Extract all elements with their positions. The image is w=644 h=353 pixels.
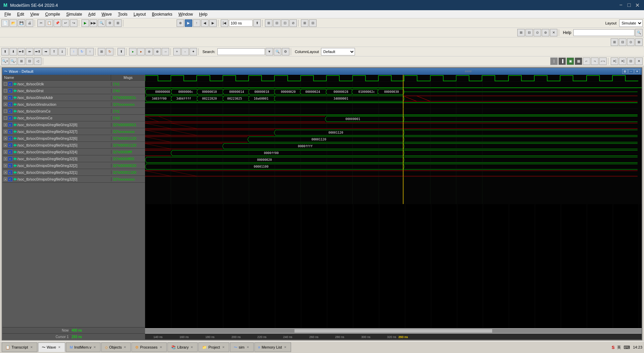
tab-memorylist[interactable]: ≡ Memory List ✕	[254, 342, 291, 352]
tb-wave-13[interactable]: ↻	[106, 48, 113, 55]
tab-memorylist-close[interactable]: ✕	[283, 345, 287, 349]
signal-row-instruction[interactable]: + C /soc_tb/soc0/instruction 32'hxxxxxxx…	[2, 101, 145, 108]
tab-transcript[interactable]: 📋 Transcript ✕	[2, 342, 37, 352]
signal-row-reg1[interactable]: + C /soc_tb/soc0/mips0/regfile0/reg32[1]…	[2, 169, 145, 176]
wave-minimize-btn[interactable]: −	[628, 69, 634, 74]
tb-run[interactable]: ▶	[82, 19, 89, 27]
search-opt[interactable]: ⚙	[282, 48, 289, 55]
signal-row-clk[interactable]: C /soc_tb/soc0/clk 1'h1	[2, 81, 145, 87]
wave-float-btn[interactable]: ⊞	[622, 69, 628, 74]
tab-transcript-close[interactable]: ✕	[30, 345, 34, 349]
menu-tools[interactable]: Tools	[115, 11, 130, 17]
tb-wave-2[interactable]: ⬇	[10, 48, 17, 55]
tb-shape-3[interactable]: ▣	[567, 57, 574, 65]
tb-shape-7[interactable]: ⌐¬	[599, 57, 607, 65]
tb-zoom-out[interactable]: 🔍-	[10, 57, 17, 65]
tb-shape-6[interactable]: ¬	[591, 57, 598, 65]
tb-sim5[interactable]: ⊟	[273, 19, 281, 27]
tb-wave-4[interactable]: ⬅	[26, 48, 33, 55]
signal-row-reg7[interactable]: + C /soc_tb/soc0/mips0/regfile0/reg32[7]…	[2, 128, 145, 135]
tb-sim1[interactable]: ⊕	[177, 19, 184, 27]
tb-wave-12[interactable]: ⊞	[98, 48, 105, 55]
signal-row-reg0[interactable]: + C /soc_tb/soc0/mips0/regfile0/reg32[0]…	[2, 176, 145, 183]
tb-opt2[interactable]: ⊞	[114, 19, 122, 27]
signal-row-memce[interactable]: C /soc_tb/soc0/memCe 1'h0	[2, 115, 145, 121]
column-layout-select[interactable]: Default	[321, 48, 355, 55]
tb-shape-4[interactable]: ▦	[575, 57, 582, 65]
menu-file[interactable]: File	[2, 11, 14, 17]
tab-sim-close[interactable]: ✕	[246, 345, 250, 349]
tb-sim8[interactable]: ⊞	[301, 19, 308, 27]
tab-processes-close[interactable]: ✕	[159, 345, 163, 349]
signal-row-reg6[interactable]: + C /soc_tb/soc0/mips0/regfile0/reg32[6]…	[2, 135, 145, 142]
expand-instaddr[interactable]: +	[4, 96, 7, 99]
tb-sim3[interactable]: |◀	[221, 19, 228, 27]
menu-edit[interactable]: Edit	[14, 11, 27, 17]
tab-objects[interactable]: ◇ Objects ✕	[101, 342, 131, 352]
tb-wave-21[interactable]: -	[181, 48, 189, 55]
tb-wave-8[interactable]: ⇓	[58, 48, 66, 55]
expand-reg6[interactable]: +	[4, 137, 7, 140]
tb-r1[interactable]: ⊞	[517, 29, 525, 36]
wave-close-btn[interactable]: ✕	[634, 69, 640, 74]
tab-instmem-close[interactable]: ✕	[93, 345, 97, 349]
expand-rst[interactable]	[4, 89, 7, 93]
tb-wave-20[interactable]: +	[173, 48, 181, 55]
tb-r4[interactable]: ⊚	[542, 29, 549, 36]
expand-romce[interactable]	[4, 110, 7, 113]
tb-open[interactable]: 📂	[10, 19, 17, 27]
tb-wave-10[interactable]: ↻	[78, 48, 86, 55]
tb-wave-7[interactable]: ⇑	[50, 48, 58, 55]
tb-wave-17[interactable]: ⊕	[145, 48, 153, 55]
expand-clk[interactable]	[4, 82, 7, 86]
expand-instruction[interactable]: +	[4, 103, 7, 106]
tb-wave-3[interactable]: ⬅⬆	[18, 48, 25, 55]
tb-zoom-fit[interactable]: ⊞	[18, 57, 25, 65]
tab-sim[interactable]: 〜 sim ✕	[230, 342, 254, 352]
menu-compile[interactable]: Compile	[42, 11, 63, 17]
signal-row-romce[interactable]: C /soc_tb/soc0/romCe 1'h1	[2, 108, 145, 115]
tb-sim-up[interactable]: ↑	[193, 19, 200, 27]
tb-shape-1[interactable]: |	[550, 57, 558, 65]
signal-list[interactable]: C /soc_tb/soc0/clk 1'h1 C /soc_tb/soc0/r…	[2, 81, 145, 327]
help-input[interactable]	[573, 29, 634, 36]
search-dropdown[interactable]: ▼	[266, 48, 273, 55]
signal-row-rst[interactable]: C /soc_tb/soc0/rst 1'h0	[2, 87, 145, 94]
tb-wave-5[interactable]: ➡⬆	[34, 48, 41, 55]
tb-cursor-2[interactable]: ✕|	[619, 57, 626, 65]
signal-row-reg3[interactable]: + C /soc_tb/soc0/mips0/regfile0/reg32[3]…	[2, 155, 145, 162]
tb-copy[interactable]: 📋	[46, 19, 53, 27]
tb-cut[interactable]: ✂	[37, 19, 45, 27]
tb-opt[interactable]: ⚙	[106, 19, 113, 27]
menu-add[interactable]: Add	[86, 11, 98, 17]
wave-window-controls[interactable]: ⊞ − ✕	[622, 69, 640, 74]
tb-cursor-1[interactable]: ✕|	[611, 57, 618, 65]
signal-row-reg8[interactable]: + C /soc_tb/soc0/mips0/regfile0/reg32[8]…	[2, 121, 145, 128]
tb-save[interactable]: 💾	[18, 19, 25, 27]
tb-cursor-4[interactable]: ✕	[635, 57, 643, 65]
expand-reg5[interactable]: +	[4, 144, 7, 147]
tb-wave-18[interactable]: ⊕	[154, 48, 161, 55]
tb-wave-6[interactable]: ➡	[42, 48, 50, 55]
menu-wave[interactable]: Wave	[99, 11, 114, 17]
search-go[interactable]: 🔍	[274, 48, 281, 55]
tb-zoom-in[interactable]: 🔍+	[1, 57, 9, 65]
tb-sim4[interactable]: ⊞	[265, 19, 272, 27]
tb-help-go[interactable]: 🔍	[635, 29, 643, 36]
tab-instmem[interactable]: M InstMem.v ✕	[66, 342, 101, 352]
tb-wave-22[interactable]: ✦	[190, 48, 197, 55]
tb-s2[interactable]: ⊟	[619, 38, 626, 46]
tb-new[interactable]: 📄	[1, 19, 9, 27]
tb-sim9[interactable]: ⊟	[309, 19, 317, 27]
tb-zoom-prev[interactable]: ◁	[34, 57, 41, 65]
menu-window[interactable]: Window	[176, 11, 196, 17]
tb-sim-step[interactable]: ⬆	[253, 19, 261, 27]
tb-wave-16[interactable]: ▸	[137, 48, 145, 55]
menu-help[interactable]: Help	[196, 11, 210, 17]
menu-bookmarks[interactable]: Bookmarks	[149, 11, 175, 17]
wave-canvas[interactable]: 00000008 0000000c 00000010 00000014 0000…	[145, 75, 642, 328]
menu-view[interactable]: View	[28, 11, 42, 17]
tb-shape-2[interactable]: ▐	[558, 57, 566, 65]
tb-shape-5[interactable]: ⌐	[583, 57, 590, 65]
tb-wave-14[interactable]: ⬆	[118, 48, 125, 55]
